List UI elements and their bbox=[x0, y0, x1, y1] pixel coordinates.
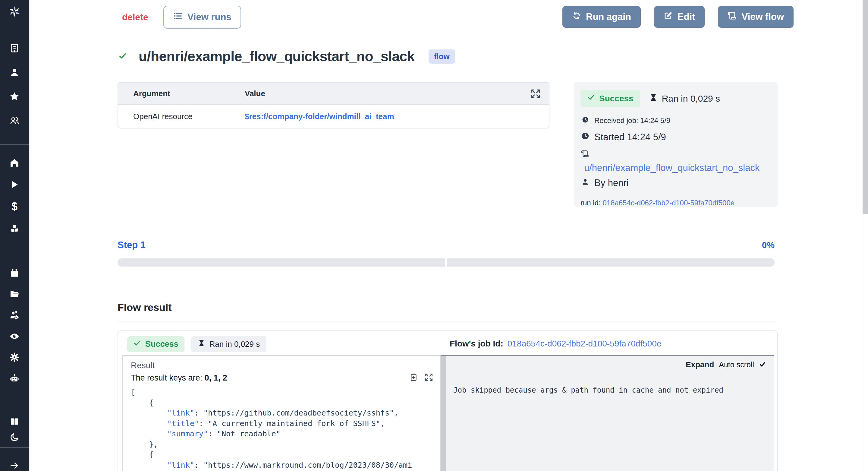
log-expand-button[interactable]: Expand bbox=[686, 360, 714, 370]
result-panel: Result The result keys are: 0, 1, 2 [ { … bbox=[122, 355, 441, 471]
list-icon bbox=[173, 11, 183, 23]
sidebar-divider bbox=[0, 144, 29, 145]
status-label: Success bbox=[599, 94, 633, 104]
maximize-icon[interactable] bbox=[424, 373, 433, 383]
flow-result-heading: Flow result bbox=[118, 301, 172, 313]
flow-job-id-label: Flow's job Id: bbox=[450, 339, 503, 348]
flow-job-id-link[interactable]: 018a654c-d062-fbb2-d100-59fa70df500e bbox=[507, 339, 661, 348]
duration-badge: Ran in 0,029 s bbox=[191, 336, 267, 352]
result-keys-label: The result keys are: bbox=[131, 373, 205, 382]
hourglass-icon bbox=[649, 93, 658, 104]
maximize-icon[interactable] bbox=[530, 88, 541, 99]
sidebar: $ bbox=[0, 0, 29, 471]
eye-icon[interactable] bbox=[7, 329, 22, 344]
started-label: Started 14:24 5/9 bbox=[594, 132, 666, 143]
dollar-icon[interactable]: $ bbox=[7, 199, 22, 214]
check-icon bbox=[133, 339, 141, 349]
status-label: Success bbox=[145, 340, 179, 349]
step-percent: 0% bbox=[762, 240, 775, 250]
cubes-icon[interactable] bbox=[7, 221, 22, 236]
view-flow-button[interactable]: View flow bbox=[718, 6, 794, 28]
delete-button[interactable]: delete bbox=[122, 12, 148, 22]
log-output: Job skipped because args & path found in… bbox=[453, 386, 723, 394]
argument-name: OpenAI resource bbox=[118, 112, 245, 121]
run-again-label: Run again bbox=[586, 11, 631, 22]
windmill-logo[interactable] bbox=[6, 2, 23, 21]
step-label[interactable]: Step 1 bbox=[118, 240, 146, 251]
arrow-right-icon[interactable] bbox=[7, 458, 22, 471]
main-content: delete View runs Run again Edit View flo… bbox=[29, 0, 868, 471]
clock-icon bbox=[582, 116, 589, 125]
result-keys: 0, 1, 2 bbox=[205, 373, 227, 382]
job-info-card: Success Ran in 0,029 s Received job: 14:… bbox=[574, 82, 778, 207]
edit-icon bbox=[664, 11, 673, 23]
table-row: OpenAI resource $res:f/company-folder/wi… bbox=[118, 105, 549, 128]
result-title: Result bbox=[131, 361, 155, 370]
received-job-label: Received job: 14:24 5/9 bbox=[594, 116, 670, 125]
status-badge: Success bbox=[127, 336, 184, 352]
page-title: u/henri/example_flow_quickstart_no_slack bbox=[138, 48, 415, 64]
user-group-gear-icon[interactable] bbox=[7, 308, 22, 322]
view-runs-button[interactable]: View runs bbox=[163, 6, 241, 29]
flow-result-card: Success Ran in 0,029 s Flow's job Id:018… bbox=[118, 330, 778, 471]
divider bbox=[118, 321, 776, 321]
user-icon[interactable] bbox=[7, 65, 22, 80]
success-check-icon bbox=[118, 51, 127, 61]
view-runs-label: View runs bbox=[187, 12, 231, 23]
sidebar-divider bbox=[0, 447, 29, 448]
panel-splitter[interactable] bbox=[441, 355, 446, 471]
auto-scroll-toggle[interactable]: Auto scroll bbox=[719, 360, 754, 369]
column-header-argument: Argument bbox=[118, 89, 245, 98]
user-icon bbox=[581, 178, 590, 188]
scroll-icon bbox=[581, 150, 771, 159]
check-icon bbox=[587, 93, 595, 104]
status-badge: Success bbox=[581, 90, 640, 107]
robot-icon[interactable] bbox=[7, 371, 22, 386]
star-icon[interactable] bbox=[7, 89, 22, 104]
by-author-label: By henri bbox=[594, 178, 629, 188]
gear-icon[interactable] bbox=[7, 350, 22, 364]
flow-path-link[interactable]: u/henri/example_flow_quickstart_no_slack bbox=[584, 163, 771, 173]
building-icon[interactable] bbox=[7, 41, 22, 56]
folder-open-icon[interactable] bbox=[7, 287, 22, 301]
edit-button[interactable]: Edit bbox=[654, 6, 705, 28]
users-icon[interactable] bbox=[7, 113, 22, 128]
flow-badge: flow bbox=[429, 50, 455, 64]
run-again-button[interactable]: Run again bbox=[562, 6, 641, 28]
progress-bar bbox=[118, 258, 775, 267]
refresh-icon bbox=[572, 11, 581, 23]
book-icon[interactable] bbox=[7, 414, 22, 429]
scrollbar-thumb[interactable] bbox=[863, 0, 868, 214]
scrollbar-track[interactable] bbox=[863, 0, 868, 471]
clock-icon bbox=[581, 132, 590, 143]
sidebar-divider bbox=[0, 28, 29, 28]
progress-segment bbox=[447, 258, 775, 267]
clipboard-copy-icon[interactable] bbox=[409, 373, 418, 383]
duration-label: Ran in 0,029 s bbox=[210, 340, 260, 349]
home-icon[interactable] bbox=[7, 155, 22, 170]
edit-label: Edit bbox=[678, 11, 695, 22]
argument-value-link[interactable]: $res:f/company-folder/windmill_ai_team bbox=[245, 112, 394, 121]
play-icon[interactable] bbox=[7, 177, 22, 192]
run-id-label: run id: bbox=[581, 199, 602, 207]
step-progress-section: Step 1 0% bbox=[118, 240, 775, 267]
result-json: [ { "link": "https://github.com/deadbeef… bbox=[131, 387, 440, 471]
view-flow-label: View flow bbox=[741, 11, 784, 22]
column-header-value: Value bbox=[245, 89, 265, 98]
moon-icon[interactable] bbox=[7, 430, 22, 444]
run-id-link[interactable]: 018a654c-d062-fbb2-d100-59fa70df500e bbox=[602, 199, 735, 207]
calendar-icon[interactable] bbox=[7, 266, 22, 280]
log-panel: Expand Auto scroll Job skipped because a… bbox=[446, 355, 774, 471]
scroll-icon bbox=[727, 11, 737, 23]
progress-segment bbox=[118, 258, 445, 267]
arguments-table: Argument Value OpenAI resource $res:f/co… bbox=[118, 82, 550, 128]
ran-in-label: Ran in 0,029 s bbox=[662, 93, 720, 104]
hourglass-icon bbox=[198, 339, 205, 349]
check-icon[interactable] bbox=[759, 361, 766, 369]
